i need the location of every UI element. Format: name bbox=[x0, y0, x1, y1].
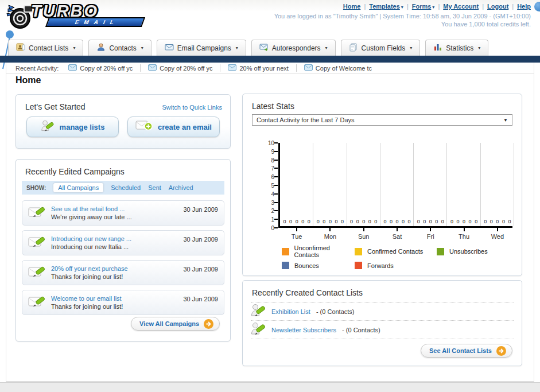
view-all-campaigns-button[interactable]: View All Campaigns bbox=[131, 317, 220, 331]
see-all-contact-lists-button[interactable]: See All Contact Lists bbox=[421, 344, 512, 358]
legend-swatch bbox=[355, 262, 362, 269]
recent-activity-item[interactable]: Copy of 20% off yc bbox=[68, 64, 141, 72]
tab-contacts[interactable]: Contacts▾ bbox=[88, 40, 151, 56]
recent-activity-text: Copy of 20% off yc bbox=[80, 65, 133, 72]
value-label: 0 bbox=[417, 219, 420, 224]
campaign-title-link[interactable]: See us at the retail food ... bbox=[51, 205, 177, 213]
tab-custom-fields[interactable]: Custom Fields▾ bbox=[341, 40, 421, 56]
y-axis-label: 8 bbox=[259, 157, 274, 164]
x-axis-label: Sat bbox=[380, 233, 414, 240]
nav-link-forms[interactable]: Forms bbox=[412, 3, 432, 10]
chart-gridline bbox=[514, 143, 514, 226]
y-axis-tick bbox=[274, 219, 278, 220]
tab-contact-lists[interactable]: Contact Lists▾ bbox=[8, 40, 83, 56]
y-axis-label: 5 bbox=[259, 183, 274, 189]
campaign-row[interactable]: Welcome to our email listThanks for join… bbox=[22, 290, 224, 315]
y-axis-tick bbox=[274, 168, 278, 169]
top-nav: Home|Templates▾|Forms▾|My Account|Logout… bbox=[343, 3, 531, 10]
envelope-pencil-icon bbox=[28, 205, 45, 222]
tab-autoresponders[interactable]: Autoresponders▾ bbox=[251, 40, 336, 56]
campaign-title-link[interactable]: Introducing our new range ... bbox=[51, 235, 177, 243]
value-label: 0 bbox=[395, 219, 398, 224]
nav-link-templates[interactable]: Templates bbox=[369, 3, 400, 10]
value-label: 0 bbox=[335, 219, 337, 224]
filter-scheduled[interactable]: Scheduled bbox=[111, 184, 141, 191]
contact-list-row[interactable]: Newsletter Subscribers - (0 Contacts) bbox=[251, 321, 514, 339]
y-axis-label: 3 bbox=[259, 200, 274, 206]
filter-archived[interactable]: Archived bbox=[169, 184, 193, 191]
nav-separator: | bbox=[438, 3, 440, 10]
value-label: 0 bbox=[289, 219, 292, 224]
campaign-filter-bar: SHOW: All CampaignsScheduledSentArchived bbox=[22, 181, 224, 195]
legend-item-confirmed-contacts: Confirmed Contacts bbox=[355, 244, 437, 258]
corner-dot-decoration bbox=[534, 2, 540, 11]
nav-link-logout[interactable]: Logout bbox=[487, 3, 508, 10]
tab-label: Statistics bbox=[446, 44, 473, 52]
contact-list-link[interactable]: Exhibition List bbox=[271, 308, 310, 315]
x-axis-tick bbox=[397, 228, 398, 231]
tab-label: Contact Lists bbox=[29, 44, 68, 52]
campaign-title-link[interactable]: 20% off your next purchase bbox=[51, 265, 177, 273]
chevron-down-icon: ▾ bbox=[410, 45, 412, 51]
contact-list-row[interactable]: Exhibition List - (0 Contacts) bbox=[251, 302, 514, 321]
chevron-down-icon: ▾ bbox=[478, 45, 480, 51]
create-an-email-button[interactable]: create an email bbox=[127, 117, 220, 137]
contacts-icon bbox=[96, 42, 106, 53]
x-axis-tick bbox=[329, 228, 331, 231]
envelope-icon bbox=[228, 64, 236, 72]
turbo-swirl-icon bbox=[5, 4, 34, 30]
manage-lists-button[interactable]: manage lists bbox=[26, 117, 119, 137]
value-label: 0 bbox=[323, 219, 325, 224]
nav-link-my-account[interactable]: My Account bbox=[443, 3, 479, 10]
value-label: 0 bbox=[341, 219, 344, 224]
filter-all-campaigns[interactable]: All Campaigns bbox=[53, 183, 103, 192]
y-axis-tick bbox=[274, 193, 278, 195]
value-label: 0 bbox=[329, 219, 332, 224]
recent-activity-item[interactable]: Copy of 20% off yc bbox=[148, 64, 220, 72]
campaigns-panel: Recently Edited Campaigns SHOW: All Camp… bbox=[15, 159, 231, 341]
campaign-row[interactable]: Introducing our new range ...Introducing… bbox=[22, 230, 224, 255]
recent-activity-item[interactable]: Copy of Welcome tc bbox=[304, 64, 379, 72]
envelope-pencil-icon bbox=[28, 265, 45, 281]
filter-sent[interactable]: Sent bbox=[148, 184, 161, 191]
statistics-icon bbox=[433, 42, 442, 53]
contact-list-link[interactable]: Newsletter Subscribers bbox=[271, 327, 336, 333]
turbo-email-logo[interactable]: TURBO EMAIL bbox=[5, 2, 143, 30]
y-axis-label: 0 bbox=[259, 225, 274, 231]
campaign-title-link[interactable]: Welcome to our email list bbox=[51, 294, 177, 302]
x-axis-label: Mon bbox=[313, 233, 347, 240]
nav-link-help[interactable]: Help bbox=[517, 3, 531, 10]
value-label: 0 bbox=[317, 219, 320, 224]
tab-label: Contacts bbox=[109, 44, 136, 52]
main-tab-bar: Contact Lists▾Contacts▾Email Campaigns▾A… bbox=[8, 39, 540, 56]
page-title: Home bbox=[15, 75, 41, 86]
y-axis-label: 9 bbox=[259, 149, 274, 155]
show-label: SHOW: bbox=[26, 185, 46, 191]
campaign-subtitle: Thanks for joining our list! bbox=[51, 273, 177, 281]
legend-swatch bbox=[355, 248, 362, 255]
value-label: 0 bbox=[496, 219, 499, 224]
value-label: 0 bbox=[350, 219, 353, 224]
recent-activity-item[interactable]: 20% off your next bbox=[228, 64, 296, 72]
arrow-circle-icon bbox=[496, 346, 506, 356]
legend-item-forwards: Forwards bbox=[355, 262, 437, 269]
tab-email-campaigns[interactable]: Email Campaigns▾ bbox=[157, 40, 246, 56]
recent-activity-items: Copy of 20% off ycCopy of 20% off yc20% … bbox=[61, 64, 379, 72]
legend-swatch bbox=[437, 248, 444, 255]
x-axis-label: Thu bbox=[448, 233, 481, 240]
stats-period-select[interactable]: Contact Activity for the Last 7 Days ▼ bbox=[252, 114, 512, 126]
campaign-row[interactable]: 20% off your next purchaseThanks for joi… bbox=[22, 260, 224, 285]
footer-bar bbox=[0, 382, 540, 392]
nav-link-home[interactable]: Home bbox=[343, 3, 361, 10]
campaign-date: 30 Jun 2009 bbox=[183, 266, 218, 273]
y-axis-tick bbox=[274, 210, 278, 211]
value-label: 0 bbox=[475, 219, 477, 224]
legend-label: Unsubscribes bbox=[449, 248, 488, 255]
latest-stats-panel: Latest Stats Contact Activity for the La… bbox=[242, 94, 522, 276]
y-axis-label: 4 bbox=[259, 191, 274, 197]
y-axis-tick bbox=[274, 176, 278, 177]
switch-to-quick-links-link[interactable]: Switch to Quick Links bbox=[162, 104, 222, 111]
campaign-row[interactable]: See us at the retail food ...We're givin… bbox=[22, 200, 224, 226]
navy-divider-bar bbox=[0, 56, 540, 63]
tab-statistics[interactable]: Statistics▾ bbox=[425, 40, 488, 56]
